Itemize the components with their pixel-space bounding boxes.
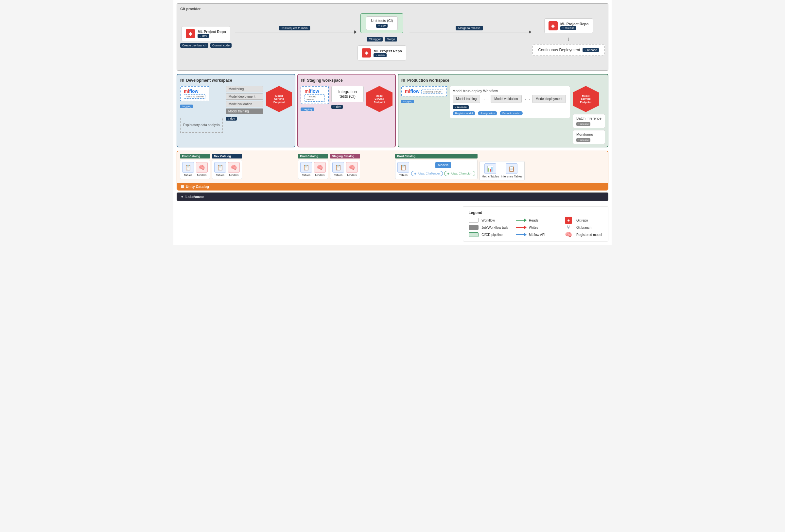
dev-branch-badge: ⑂ dev	[226, 117, 237, 121]
catalog-item-tables-2: 📋 Tables	[214, 162, 226, 177]
dev-mlflow-logo: mlflow	[184, 88, 198, 94]
inference-tables-label: Inference Tables	[501, 175, 522, 178]
legend-grid: Workflow Reads ◈ Git repo	[469, 218, 603, 237]
catalog-item-tables-1: 📋 Tables	[182, 162, 194, 177]
prod-model-serving: ModelServingEndpoint	[573, 86, 599, 112]
prod-branch-badge: ⑂ release	[453, 105, 469, 109]
staging-mlflow-box: mlflow Tracking Server	[301, 86, 329, 104]
git-icon-1: ◈	[186, 29, 195, 38]
legend-reads: Reads	[516, 218, 555, 223]
dev-eda-box: Exploratory data analysis	[180, 117, 223, 133]
legend-label-registered-model: Registered model	[576, 233, 602, 237]
monitoring-title: Monitoring	[576, 132, 602, 136]
task-monitoring: Monitoring	[226, 86, 263, 92]
catalog-items-prod-staging: 📋 Tables 🧠 Models	[298, 160, 328, 179]
workflow-steps: Model training →→ Model validation →→ Mo…	[453, 95, 567, 103]
models-icon-4: 🧠	[346, 162, 358, 172]
legend-mlflow-api: MLflow API	[516, 232, 555, 237]
catalog-prod-staging: Prod Catalog 📋 Tables 🧠 Models	[298, 154, 328, 179]
catalog-header-prod-staging: Prod Catalog	[298, 154, 328, 159]
legend-label-workflow: Workflow	[481, 219, 495, 222]
lakehouse-section: ≈ Lakehouse	[177, 192, 608, 201]
models-label-2: Models	[229, 174, 238, 177]
prod-tracking-server: Tracking Server	[421, 89, 443, 94]
staging-workspace: ≋ Staging workspace mlflow Tracking Serv…	[297, 74, 396, 148]
legend-job-task: Job/Workflow task	[469, 225, 508, 230]
prod-workspace: ≋ Production workspace mlflow Tracking S…	[398, 74, 608, 148]
catalog-item-models-2: 🧠 Models	[228, 162, 240, 177]
repo-name-3: ML Project Repo	[560, 22, 589, 26]
git-icon-3: ◈	[549, 21, 558, 30]
merge-badge: Merge	[385, 37, 397, 42]
prod-workspace-icon: ≋	[401, 77, 405, 83]
metric-tables-label: Metric Tables	[482, 175, 499, 178]
batch-inference-title: Batch Inference	[576, 116, 602, 120]
cd-box: Continuous Deployment ⑂ release	[532, 45, 605, 56]
dev-tracking-server: Tracking Server	[184, 95, 205, 99]
legend-cicd: CI/CD pipeline	[469, 232, 508, 237]
legend-icon-writes	[516, 225, 526, 230]
tables-icon-2: 📋	[214, 162, 226, 172]
staging-model-serving: ModelServingEndpoint	[366, 86, 392, 112]
staging-logging-badge: Logging	[301, 107, 314, 111]
dev-mlflow-box: mlflow Tracking Server	[180, 86, 209, 101]
staging-branch-badge: ⑂ dev	[331, 105, 343, 109]
legend-icon-reads	[516, 218, 526, 223]
models-icon-3: 🧠	[314, 162, 326, 172]
legend-icon-git-branch: ⑂	[563, 225, 574, 230]
catalog-item-tables-3: 📋 Tables	[300, 162, 312, 177]
catalog-item-tables-5: 📋 Tables	[398, 162, 409, 177]
branch-badge-dev: ⑂ dev	[198, 34, 209, 38]
monitoring-box: Monitoring ⑂ release	[573, 130, 605, 144]
arrow-label-2: Merge to release	[456, 26, 483, 30]
git-provider-section: Git provider ◈ ML Project Repo ⑂ dev Cr	[177, 3, 608, 71]
legend-box: Legend Workflow Reads	[463, 206, 608, 241]
prod-workspace-title: ≋ Production workspace	[401, 77, 605, 83]
legend-icon-mlflow-api	[516, 232, 526, 237]
staging-mlflow-logo: mlflow	[305, 88, 319, 94]
staging-tracking-server: Tracking Server	[305, 95, 325, 102]
legend-git-branch: ⑂ Git branch	[563, 225, 603, 230]
models-icon-1: 🧠	[196, 162, 208, 172]
tables-icon-5: 📋	[398, 162, 409, 172]
lakehouse-icon: ≈	[181, 195, 183, 199]
catalog-header-prod-dev: Prod Catalog	[180, 154, 210, 159]
tables-label-2: Tables	[216, 174, 224, 177]
models-label-1: Models	[197, 174, 206, 177]
prod-mlflow-box: mlflow Tracking Server	[401, 86, 447, 97]
catalog-items-prod-dev: 📋 Tables 🧠 Models	[180, 160, 210, 179]
task-training: Model training	[226, 108, 263, 114]
catalog-prod-main: Prod Catalog 📋 Tables Models	[395, 154, 478, 179]
step-training: Model training	[453, 95, 480, 103]
catalog-staging: Staging Catalog 📋 Tables 🧠 Models	[330, 154, 360, 179]
down-arrow-cd: ↓	[567, 36, 570, 42]
arrow-2: →→	[523, 97, 531, 101]
catalog-header-dev: Dev Catalog	[212, 154, 242, 159]
git-repo-dev: ◈ ML Project Repo ⑂ dev	[181, 26, 230, 41]
git-repo-release: ◈ ML Project Repo ⑂ release	[544, 18, 593, 33]
models-icon-2: 🧠	[228, 162, 240, 172]
staging-workspace-icon: ≋	[301, 77, 305, 83]
promote-model-badge: Promote model	[500, 111, 523, 115]
catalog-items-prod-main: 📋 Tables Models ◈ Alias: Challenger	[395, 160, 478, 179]
tables-icon-4: 📋	[332, 162, 344, 172]
workflow-title: Model train-deploy Workflow	[453, 89, 567, 93]
repo-name-1: ML Project Repo	[198, 30, 226, 34]
dev-workspace-title: ≋ Development workspace	[180, 77, 292, 83]
legend-label-mlflow-api: MLflow API	[529, 233, 545, 237]
tables-label-4: Tables	[334, 174, 343, 177]
catalog-prod-dev: Prod Catalog 📋 Tables 🧠 Models	[180, 154, 210, 179]
legend-label-cicd: CI/CD pipeline	[481, 233, 502, 237]
dev-logging-badge: Logging	[180, 105, 193, 108]
batch-release-badge: ⑂ release	[576, 122, 590, 126]
legend-label-git-repo: Git repo	[576, 219, 588, 222]
alias-champion: ◈ Alias: Champion	[444, 171, 475, 176]
models-label-4: Models	[347, 174, 357, 177]
prod-logging-badge: Logging	[401, 100, 414, 103]
legend-icon-cicd	[469, 232, 479, 237]
prod-workflow-box: Model train-deploy Workflow Model traini…	[450, 86, 570, 118]
integration-tests-box: Integration tests (CI)	[331, 86, 364, 102]
git-repo-main: ◈ ML Project Repo ⑂ main	[357, 46, 406, 60]
legend-icon-registered-model: 🧠	[563, 232, 574, 237]
models-label-3: Models	[315, 174, 325, 177]
